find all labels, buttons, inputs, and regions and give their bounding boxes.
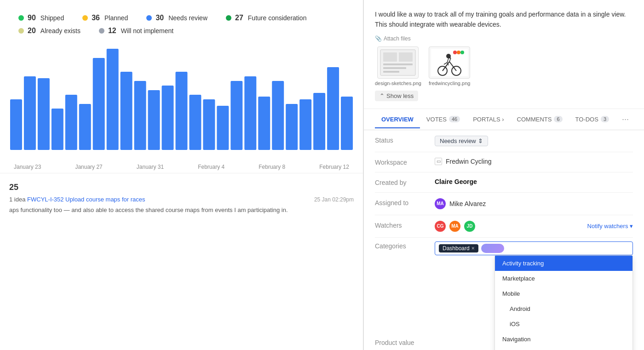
tag-label: Dashboard bbox=[443, 245, 470, 252]
svg-rect-1 bbox=[383, 52, 397, 62]
tab-to-dos[interactable]: TO-DOS3 bbox=[569, 110, 615, 128]
tab-label: VOTES bbox=[426, 116, 447, 123]
bar bbox=[286, 104, 298, 150]
bar bbox=[121, 72, 132, 150]
assigned-avatar: MA bbox=[435, 198, 446, 209]
bar bbox=[38, 78, 50, 150]
svg-rect-5 bbox=[383, 71, 399, 73]
categories-dropdown: Activity tracking Marketplace Mobile And… bbox=[494, 255, 633, 350]
status-value: Needs review ⇕ bbox=[435, 136, 633, 146]
bar bbox=[148, 90, 160, 150]
attachment-item[interactable]: fredwincycling.png bbox=[429, 46, 471, 86]
svg-point-7 bbox=[453, 51, 457, 54]
legend-label: Already exists bbox=[40, 27, 80, 34]
legend-item: 90 Shipped bbox=[18, 14, 64, 22]
bar bbox=[176, 72, 188, 150]
legend-item: 27 Future consideration bbox=[226, 14, 306, 22]
tabs-bar: OVERVIEWVOTES46PORTALS ›COMMENTS6TO-DOS3… bbox=[364, 109, 644, 130]
detail-section: Status Needs review ⇕ Workspace ▭ Fredwi… bbox=[364, 130, 644, 350]
bar bbox=[10, 99, 22, 150]
bottom-section: 25 1 idea FWCYL-I-352 Upload course maps… bbox=[0, 173, 363, 219]
chart-x-label: January 31 bbox=[137, 164, 164, 170]
bar bbox=[107, 49, 119, 150]
paperclip-icon: 📎 bbox=[375, 35, 382, 42]
legend-label: Future consideration bbox=[248, 14, 307, 22]
bar bbox=[299, 99, 311, 150]
workspace-row: Workspace ▭ Fredwin Cycling bbox=[375, 152, 633, 172]
tab-portals[interactable]: PORTALS › bbox=[466, 110, 510, 128]
tab-comments[interactable]: COMMENTS6 bbox=[511, 110, 569, 128]
dropdown-item-navigation[interactable]: Navigation bbox=[495, 332, 632, 347]
legend-num: 20 bbox=[28, 27, 36, 35]
legend-label: Planned bbox=[104, 14, 128, 22]
legend-dot bbox=[18, 28, 24, 34]
idea-prefix: 1 idea FWCYL-I-352 Upload course maps fo… bbox=[9, 196, 145, 203]
workspace-name: Fredwin Cycling bbox=[446, 158, 492, 165]
description-text: I would like a way to track all of my tr… bbox=[375, 9, 633, 30]
created-by-label: Created by bbox=[375, 178, 435, 186]
tab-more-button[interactable]: ··· bbox=[615, 109, 635, 130]
legend-dot bbox=[99, 28, 104, 34]
entry-number: 25 bbox=[9, 183, 354, 192]
bar-chart bbox=[9, 49, 354, 159]
attachments-list: design-sketches.png bbox=[375, 46, 633, 86]
tab-votes[interactable]: VOTES46 bbox=[420, 110, 466, 128]
assigned-to-row: Assigned to MA Mike Alvarez bbox=[375, 193, 633, 215]
idea-link[interactable]: FWCYL-I-352 Upload course maps for races bbox=[27, 196, 145, 203]
legend-dot bbox=[146, 15, 152, 21]
bar bbox=[313, 93, 325, 150]
chart-x-label: February 8 bbox=[259, 164, 285, 170]
svg-rect-3 bbox=[383, 63, 413, 65]
legend-num: 90 bbox=[28, 14, 36, 22]
chart-x-label: February 4 bbox=[198, 164, 224, 170]
notify-watchers-button[interactable]: Notify watchers ▾ bbox=[587, 223, 633, 230]
tab-label: COMMENTS bbox=[517, 116, 552, 123]
chart-area: January 23January 27January 31February 4… bbox=[0, 44, 363, 173]
sketch-svg bbox=[380, 49, 416, 76]
legend-label: Needs review bbox=[168, 14, 207, 22]
legend-num: 30 bbox=[155, 14, 164, 22]
created-by-row: Created by Claire George bbox=[375, 172, 633, 193]
legend-num: 27 bbox=[235, 14, 243, 22]
tab-overview[interactable]: OVERVIEW bbox=[375, 110, 420, 128]
status-label: Status bbox=[375, 136, 435, 144]
category-tag-dashboard: Dashboard × bbox=[439, 244, 478, 252]
legend-item: 12 Will not implement bbox=[99, 27, 173, 35]
dropdown-item-android[interactable]: Android bbox=[495, 301, 632, 316]
tab-badge: 46 bbox=[449, 116, 460, 122]
dropdown-item-activity-tracking[interactable]: Activity tracking bbox=[495, 256, 632, 271]
right-panel: I would like a way to track all of my tr… bbox=[363, 0, 644, 350]
legend-dot bbox=[82, 15, 88, 21]
sort-icon: ⇕ bbox=[478, 138, 483, 144]
tab-label: TO-DOS bbox=[575, 116, 598, 123]
categories-label: Categories bbox=[375, 241, 435, 250]
status-badge[interactable]: Needs review ⇕ bbox=[435, 136, 488, 146]
bar bbox=[52, 109, 63, 150]
remove-tag-button[interactable]: × bbox=[472, 245, 475, 252]
legend-dot bbox=[18, 15, 24, 21]
legend-num: 36 bbox=[92, 14, 100, 22]
chart-x-labels: January 23January 27January 31February 4… bbox=[9, 161, 354, 170]
show-less-button[interactable]: ⌃ Show less bbox=[375, 91, 418, 101]
assigned-name: Mike Alvarez bbox=[449, 200, 486, 207]
timestamp: 25 Jan 02:29pm bbox=[314, 196, 354, 203]
tab-badge: 6 bbox=[554, 116, 562, 122]
watcher-avatar-2: MA bbox=[449, 221, 460, 232]
svg-point-9 bbox=[460, 51, 464, 54]
description-block: I would like a way to track all of my tr… bbox=[364, 0, 644, 109]
attachment-item[interactable]: design-sketches.png bbox=[375, 46, 421, 86]
dropdown-item-mobile[interactable]: Mobile bbox=[495, 286, 632, 301]
workspace-icon: ▭ bbox=[435, 158, 442, 165]
dropdown-item-marketplace[interactable]: Marketplace bbox=[495, 271, 632, 286]
categories-input[interactable]: Dashboard × bbox=[435, 241, 633, 255]
bar bbox=[93, 58, 105, 150]
dropdown-item-notifications[interactable]: Notifications bbox=[495, 347, 632, 350]
bar bbox=[162, 86, 174, 150]
bar bbox=[272, 81, 284, 150]
dropdown-item-ios[interactable]: iOS bbox=[495, 316, 632, 332]
workspace-label: Workspace bbox=[375, 158, 435, 166]
categories-row: Categories Dashboard × Activity tracking… bbox=[375, 238, 633, 259]
bar bbox=[24, 76, 36, 150]
attach-files-button[interactable]: 📎 Attach files bbox=[375, 35, 633, 42]
chart-x-label: January 23 bbox=[14, 164, 41, 170]
